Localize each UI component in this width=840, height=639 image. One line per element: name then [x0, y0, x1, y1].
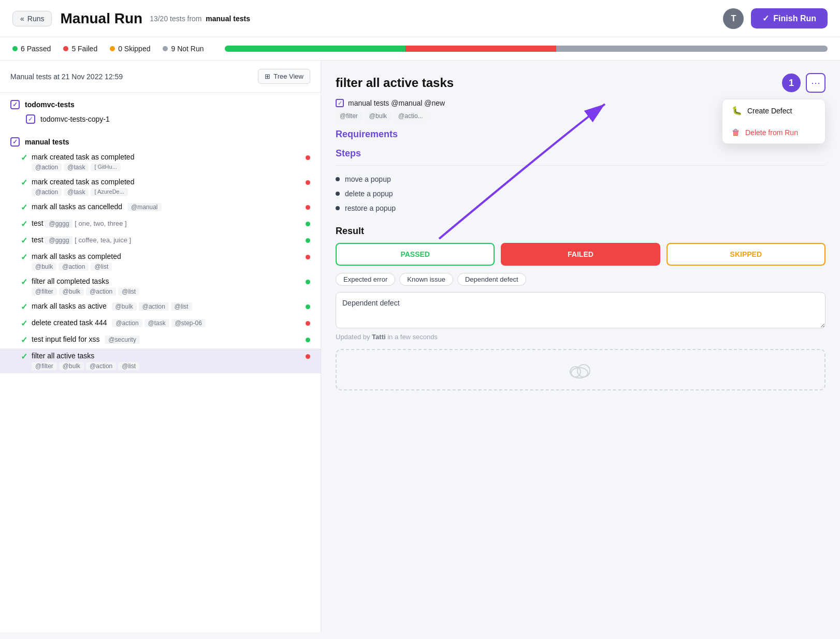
- test-item-content: mark all tasks as completed @bulk @actio…: [32, 252, 301, 271]
- status-indicator: [306, 222, 310, 226]
- failed-dot: [63, 46, 68, 51]
- test-item[interactable]: ✓ test @gggg [ coffee, tea, juice ]: [0, 233, 321, 249]
- header-actions: 1 ⋯ 🐛 Create Defect 🗑 Delete from Run: [782, 73, 825, 93]
- result-section: Result PASSED FAILED SKIPPED Expected er…: [336, 226, 825, 341]
- expected-error-tag[interactable]: Expected error: [336, 273, 395, 286]
- notes-field[interactable]: Dependent defect: [336, 292, 825, 328]
- tag: @security: [105, 336, 140, 344]
- tag: @step-06: [171, 319, 206, 327]
- known-issue-tag[interactable]: Known issue: [399, 273, 453, 286]
- test-item-content: mark created task as completed @action @…: [32, 178, 301, 196]
- skipped-dot: [110, 46, 115, 51]
- status-indicator: [306, 338, 310, 342]
- trash-icon: 🗑: [732, 128, 740, 137]
- check-icon: ✓: [21, 277, 27, 287]
- test-item[interactable]: ✓ test @gggg [ one, two, three ]: [0, 216, 321, 233]
- create-defect-item[interactable]: 🐛 Create Defect: [722, 99, 825, 122]
- test-item[interactable]: ✓ mark all tasks as cancelledd @manual: [0, 199, 321, 216]
- panel-subtitle: Manual tests at 21 Nov 2022 12:59: [10, 72, 123, 81]
- test-item[interactable]: ✓ mark all tasks as active @bulk @action…: [0, 299, 321, 315]
- updated-by: Updated by Tatti in a few seconds: [336, 333, 825, 341]
- passed-button[interactable]: PASSED: [336, 243, 495, 266]
- more-options-button[interactable]: ⋯: [806, 73, 825, 93]
- checkmark-icon: ✓: [762, 13, 769, 23]
- check-icon: ✓: [21, 236, 27, 245]
- test-item[interactable]: ✓ mark all tasks as completed @bulk @act…: [0, 249, 321, 274]
- back-label: Runs: [27, 14, 45, 23]
- test-item[interactable]: ✓ delete created task 444 @action @task …: [0, 315, 321, 332]
- check-icon: ✓: [21, 352, 27, 361]
- test-item-content: test @gggg [ coffee, tea, juice ]: [32, 236, 301, 246]
- test-name: test input field for xss @security: [32, 335, 301, 343]
- back-button[interactable]: « Runs: [12, 11, 52, 26]
- skipped-label: 0 Skipped: [118, 45, 150, 53]
- passed-label: 6 Passed: [21, 45, 51, 53]
- sub-item-todomvc-copy[interactable]: ✓ todomvc-tests-copy-1: [0, 112, 321, 126]
- test-tags: @filter @bulk @action @list: [32, 362, 301, 370]
- tag: @list: [118, 362, 139, 370]
- cloud-icon: [568, 357, 593, 382]
- progress-failed: [405, 46, 556, 52]
- failed-button[interactable]: FAILED: [501, 243, 660, 266]
- tag: @manual: [127, 203, 162, 211]
- check-icon: ✓: [21, 202, 27, 212]
- test-detail-header: filter all active tasks 1 ⋯ 🐛 Create Def…: [336, 73, 825, 93]
- test-name: mark all tasks as active @bulk @action @…: [32, 302, 301, 310]
- sub-item-label: todomvc-tests-copy-1: [40, 115, 110, 123]
- test-item-content: filter all completed tasks @filter @bulk…: [32, 277, 301, 296]
- group-manual-checkbox[interactable]: ✓: [10, 137, 20, 147]
- group-checkbox[interactable]: ✓: [10, 100, 20, 109]
- header-right: T ✓ Finish Run: [723, 8, 828, 29]
- test-name: test @gggg [ one, two, three ]: [32, 219, 301, 227]
- result-buttons: PASSED FAILED SKIPPED: [336, 243, 825, 266]
- steps-list: move a popup delete a popup restore a po…: [336, 172, 825, 215]
- tree-view-button[interactable]: ⊞ Tree View: [258, 69, 310, 84]
- test-item-active[interactable]: ✓ filter all active tasks @filter @bulk …: [0, 348, 321, 373]
- skipped-button[interactable]: SKIPPED: [667, 243, 825, 266]
- actio-tag: @actio...: [394, 111, 427, 121]
- skipped-stat: 0 Skipped: [110, 45, 150, 53]
- test-name: mark all tasks as cancelledd @manual: [32, 202, 301, 211]
- test-item[interactable]: ✓ mark created task as completed @action…: [0, 150, 321, 175]
- failed-stat: 5 Failed: [63, 45, 97, 53]
- tag: @action: [59, 263, 89, 271]
- delete-label: Delete from Run: [745, 128, 798, 137]
- test-checkbox[interactable]: ✓: [336, 99, 344, 107]
- test-item-content: mark created task as completed @action @…: [32, 153, 301, 171]
- attachment-area[interactable]: [336, 349, 825, 390]
- steps-section: Steps: [336, 148, 825, 159]
- dependent-defect-tag[interactable]: Dependent defect: [457, 273, 526, 286]
- group-todomvc: ✓ todomvc-tests ✓ todomvc-tests-copy-1: [0, 93, 321, 130]
- steps-divider: [336, 165, 825, 166]
- dropdown-menu: 🐛 Create Defect 🗑 Delete from Run: [722, 99, 825, 144]
- delete-from-run-item[interactable]: 🗑 Delete from Run: [722, 122, 825, 143]
- test-detail-title: filter all active tasks: [336, 76, 454, 90]
- not-run-stat: 9 Not Run: [163, 45, 204, 53]
- step-bullet: [336, 192, 340, 196]
- group-todomvc-header[interactable]: ✓ todomvc-tests: [0, 97, 321, 112]
- test-name: mark created task as completed: [32, 153, 301, 161]
- sub-checkbox[interactable]: ✓: [26, 114, 35, 124]
- test-name: test @gggg [ coffee, tea, juice ]: [32, 236, 301, 244]
- test-item[interactable]: ✓ filter all completed tasks @filter @bu…: [0, 274, 321, 299]
- group-manual-header[interactable]: ✓ manual tests: [0, 134, 321, 150]
- finish-run-button[interactable]: ✓ Finish Run: [751, 8, 828, 28]
- test-tags: @bulk @action @list: [32, 263, 301, 271]
- check-icon: ✓: [21, 318, 27, 328]
- test-item[interactable]: ✓ mark created task as completed @action…: [0, 175, 321, 199]
- step-label: restore a popup: [345, 204, 396, 212]
- test-item[interactable]: ✓ test input field for xss @security: [0, 332, 321, 348]
- tag: @action: [112, 319, 142, 327]
- right-panel: filter all active tasks 1 ⋯ 🐛 Create Def…: [321, 61, 840, 632]
- test-item-content: mark all tasks as active @bulk @action @…: [32, 302, 301, 312]
- option-tags: Expected error Known issue Dependent def…: [336, 273, 825, 286]
- tag: @action: [32, 188, 62, 196]
- tag: @filter: [32, 362, 57, 370]
- tag: @list: [171, 302, 192, 311]
- bulk-tag: @bulk: [365, 111, 391, 121]
- test-tags: @action @task [ GitHu...: [32, 163, 301, 171]
- step-label: move a popup: [345, 175, 391, 183]
- avatar: T: [723, 8, 744, 29]
- tag: @filter: [32, 287, 57, 296]
- group-manual-name: manual tests: [25, 138, 69, 146]
